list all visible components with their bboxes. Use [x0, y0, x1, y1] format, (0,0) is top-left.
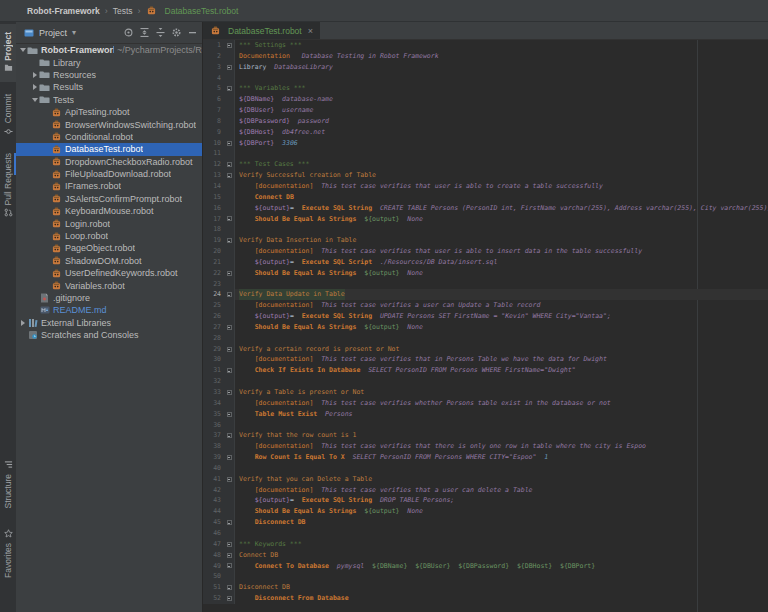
editor-line-5[interactable]: 5*** Variables ***: [203, 83, 768, 94]
fold-marker-icon[interactable]: [224, 365, 235, 376]
tree-item-library[interactable]: Library: [16, 56, 202, 68]
editor-line-33[interactable]: 33Verify a Table is present or Not: [203, 387, 768, 398]
editor-line-9[interactable]: 9${DBHost} db4free.net: [203, 127, 768, 138]
fold-marker-icon[interactable]: [224, 83, 235, 94]
stripe-item-commit[interactable]: Commit: [0, 90, 16, 142]
editor-line-41[interactable]: 41Verify that you can Delete a Table: [203, 474, 768, 485]
editor-line-11[interactable]: 11: [203, 148, 768, 159]
editor-line-30[interactable]: 30 [documentation] This test case verifi…: [203, 354, 768, 365]
fold-marker-icon[interactable]: [224, 539, 235, 550]
breadcrumb-file[interactable]: DatabaseTest.robot: [165, 6, 239, 16]
tree-item--gitignore[interactable]: .gitignore: [16, 292, 202, 304]
breadcrumb-dir[interactable]: Tests: [113, 6, 133, 16]
hide-icon[interactable]: [186, 27, 198, 39]
editor-line-32[interactable]: 32: [203, 376, 768, 387]
tree-item-jsalertsconfirmprompt-robot[interactable]: JSAlertsConfirmPrompt.robot: [16, 193, 202, 205]
fold-marker-icon[interactable]: [224, 474, 235, 485]
tree-item-dropdowncheckboxradio-robot[interactable]: DropdownCheckboxRadio.robot: [16, 156, 202, 168]
fold-marker-icon[interactable]: [224, 322, 235, 333]
collapse-all-icon[interactable]: [154, 27, 166, 39]
editor-line-23[interactable]: 23: [203, 279, 768, 290]
editor-line-6[interactable]: 6${DBName} database-name: [203, 94, 768, 105]
editor-line-45[interactable]: 45 Disconnect DB: [203, 517, 768, 528]
chevron-down-icon[interactable]: [18, 48, 27, 52]
editor-line-46[interactable]: 46: [203, 528, 768, 539]
fold-marker-icon[interactable]: [224, 268, 235, 279]
fold-marker-icon[interactable]: [224, 561, 235, 572]
editor-line-22[interactable]: 22 Should Be Equal As Strings ${output} …: [203, 268, 768, 279]
editor-line-47[interactable]: 47*** Keywords ***: [203, 539, 768, 550]
tree-item-userdefinedkeywords-robot[interactable]: UserDefinedKeywords.robot: [16, 267, 202, 279]
editor-line-12[interactable]: 12*** Test Cases ***: [203, 159, 768, 170]
editor-line-48[interactable]: 48Connect DB: [203, 550, 768, 561]
editor-line-52[interactable]: 52 Disconnect From Database: [203, 593, 768, 604]
editor-line-38[interactable]: 38 [documentation] This test case verifi…: [203, 441, 768, 452]
tree-item-loop-robot[interactable]: Loop.robot: [16, 230, 202, 242]
tree-item-shadowdom-robot[interactable]: ShadowDOM.robot: [16, 255, 202, 267]
editor-line-17[interactable]: 17 Should Be Equal As Strings ${output} …: [203, 214, 768, 225]
fold-marker-icon[interactable]: [224, 344, 235, 355]
editor-line-51[interactable]: 51Disconnect DB: [203, 582, 768, 593]
editor-line-34[interactable]: 34 [documentation] This test case verifi…: [203, 398, 768, 409]
tree-item-fileuploaddownload-robot[interactable]: FileUploadDownload.robot: [16, 168, 202, 180]
fold-marker-icon[interactable]: [224, 138, 235, 149]
editor-line-19[interactable]: 19Verify Data Insertion in Table: [203, 235, 768, 246]
fold-marker-icon[interactable]: [224, 517, 235, 528]
fold-marker-icon[interactable]: [224, 62, 235, 73]
editor-line-20[interactable]: 20 [documentation] This test case verifi…: [203, 246, 768, 257]
fold-marker-icon[interactable]: [224, 430, 235, 441]
tree-item-tests[interactable]: Tests: [16, 94, 202, 106]
chevron-right-icon[interactable]: [30, 72, 39, 78]
editor-line-36[interactable]: 36: [203, 420, 768, 431]
editor-line-37[interactable]: 37Verify that the row count is 1: [203, 430, 768, 441]
tree-item-apitesting-robot[interactable]: ApiTesting.robot: [16, 106, 202, 118]
tree-item-databasetest-robot[interactable]: DatabaseTest.robot: [16, 143, 202, 155]
editor-line-21[interactable]: 21 ${output}= Execute SQL Script ./Resou…: [203, 257, 768, 268]
tree-item-browserwindowsswitching-robot[interactable]: BrowserWindowsSwitching.robot: [16, 118, 202, 130]
tree-item-readme-md[interactable]: README.md: [16, 304, 202, 316]
editor-line-44[interactable]: 44 Should Be Equal As Strings ${output} …: [203, 506, 768, 517]
stripe-item-project[interactable]: Project: [0, 24, 16, 82]
fold-marker-icon[interactable]: [224, 40, 235, 51]
chevron-down-icon[interactable]: [30, 98, 39, 102]
editor-line-40[interactable]: 40: [203, 463, 768, 474]
stripe-item-favorites[interactable]: Favorites: [0, 522, 16, 584]
stripe-item-structure[interactable]: Structure: [0, 452, 16, 516]
editor-line-15[interactable]: 15 Connect DB: [203, 192, 768, 203]
tree-item-external-libraries[interactable]: External Libraries: [16, 317, 202, 329]
editor-line-7[interactable]: 7${DBUser} username: [203, 105, 768, 116]
tree-item-robot-framework[interactable]: Robot-Framework ~/PycharmProjects/Ro: [16, 44, 202, 56]
fold-marker-icon[interactable]: [224, 159, 235, 170]
tree-item-conditional-robot[interactable]: Conditional.robot: [16, 131, 202, 143]
fold-marker-icon[interactable]: [224, 550, 235, 561]
breadcrumb-project[interactable]: Robot-Framework: [27, 6, 100, 16]
chevron-right-icon[interactable]: [30, 84, 39, 90]
editor-line-4[interactable]: 4: [203, 73, 768, 84]
tree-item-login-robot[interactable]: Login.robot: [16, 217, 202, 229]
fold-marker-icon[interactable]: [224, 582, 235, 593]
tree-item-scratches-and-consoles[interactable]: Scratches and Consoles: [16, 329, 202, 341]
chevron-down-icon[interactable]: ▾: [72, 28, 76, 37]
editor-line-50[interactable]: 50: [203, 571, 768, 582]
chevron-right-icon[interactable]: [18, 320, 27, 326]
tree-item-resources[interactable]: Resources: [16, 69, 202, 81]
editor-line-42[interactable]: 42 [documentation] This test case verifi…: [203, 485, 768, 496]
editor-line-26[interactable]: 26 ${output}= Execute SQL String UPDATE …: [203, 311, 768, 322]
fold-marker-icon[interactable]: [224, 289, 235, 300]
close-icon[interactable]: ×: [308, 26, 313, 36]
editor-line-27[interactable]: 27 Should Be Equal As Strings ${output} …: [203, 322, 768, 333]
editor-line-31[interactable]: 31 Check If Exists In Database SELECT Pe…: [203, 365, 768, 376]
tree-item-iframes-robot[interactable]: IFrames.robot: [16, 180, 202, 192]
expand-all-icon[interactable]: [138, 27, 150, 39]
fold-marker-icon[interactable]: [224, 409, 235, 420]
editor-line-43[interactable]: 43 ${output}= Execute SQL String DROP TA…: [203, 495, 768, 506]
editor-line-28[interactable]: 28: [203, 333, 768, 344]
tab-databasetest[interactable]: DatabaseTest.robot ×: [203, 22, 320, 39]
editor-line-39[interactable]: 39 Row Count Is Equal To X SELECT Person…: [203, 452, 768, 463]
fold-marker-icon[interactable]: [224, 593, 235, 604]
project-view-selector[interactable]: Project: [39, 28, 67, 38]
fold-marker-icon[interactable]: [224, 214, 235, 225]
locate-icon[interactable]: [122, 27, 134, 39]
editor-pane[interactable]: 1*** Settings ***2Documentation Database…: [203, 40, 768, 612]
settings-icon[interactable]: [170, 27, 182, 39]
